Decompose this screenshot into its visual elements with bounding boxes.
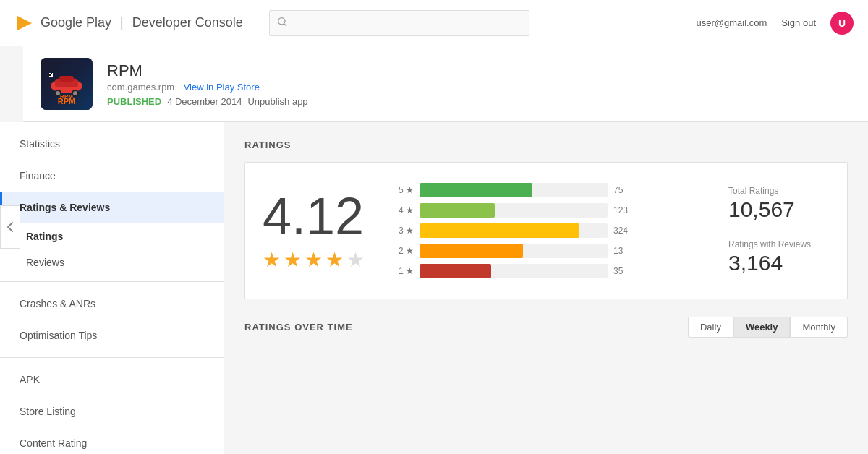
logo-brand: Google Play [41, 15, 111, 30]
bar-track-2 [420, 203, 608, 218]
bar-count-5: 35 [613, 266, 639, 276]
bar-fill-1 [420, 183, 532, 197]
app-details: RPM com.games.rpm View in Play Store PUB… [107, 61, 308, 107]
bar-label-2: 4 ★ [393, 205, 414, 215]
bar-track-3 [420, 223, 608, 238]
bar-label-5: 1 ★ [393, 266, 414, 276]
stars-row: ★ ★ ★ ★ ★ [263, 248, 365, 272]
sidebar-divider-1 [0, 281, 224, 282]
bar-track-1 [420, 183, 608, 197]
stats-summary: Total Ratings 10,567 Ratings with Review… [728, 186, 830, 275]
logo-separator: | [120, 15, 124, 30]
sidebar-item-crashes[interactable]: Crashes & ANRs [0, 288, 224, 320]
logo-product: Developer Console [132, 15, 243, 30]
play-logo-icon [14, 13, 35, 33]
total-ratings-label: Total Ratings [728, 186, 830, 196]
search-icon [276, 16, 288, 30]
bar-fill-2 [420, 203, 495, 218]
svg-rect-13 [49, 74, 51, 76]
svg-line-2 [284, 24, 286, 26]
header-right: user@gmail.com Sign out U [697, 12, 854, 35]
svg-rect-5 [59, 76, 74, 82]
star-3: ★ [305, 248, 323, 272]
svg-rect-12 [51, 73, 52, 74]
bar-count-2: 123 [613, 205, 639, 215]
avatar: U [830, 12, 854, 35]
svg-text:RPM: RPM [60, 93, 73, 100]
svg-marker-0 [17, 16, 32, 30]
svg-point-7 [56, 91, 60, 95]
monthly-button[interactable]: Monthly [790, 317, 848, 338]
time-buttons: Daily Weekly Monthly [688, 317, 848, 338]
bar-track-4 [420, 244, 608, 258]
app-icon: RPM [41, 58, 93, 110]
sidebar-item-ratings-reviews[interactable]: Ratings & Reviews [0, 192, 224, 223]
svg-point-1 [278, 17, 285, 24]
bar-row-1: 5 ★75 [393, 183, 699, 197]
ratings-section-title: RATINGS [244, 140, 848, 150]
app-status-row: PUBLISHED 4 December 2014 Unpublish app [107, 96, 308, 107]
ratings-with-reviews-value: 3,164 [728, 251, 830, 275]
view-store-link[interactable]: View in Play Store [184, 82, 260, 93]
star-4: ★ [326, 248, 344, 272]
bar-label-1: 5 ★ [393, 185, 414, 195]
bar-fill-5 [420, 264, 491, 278]
sidebar-sub-item-reviews[interactable]: Reviews [0, 249, 224, 275]
user-email: user@gmail.com [697, 17, 767, 28]
sidebar-divider-2 [0, 357, 224, 358]
sidebar-item-optimisation[interactable]: Optimisation Tips [0, 320, 224, 351]
sign-out-button[interactable]: Sign out [775, 14, 822, 31]
content-area: RATINGS 4.12 ★ ★ ★ ★ ★ 5 ★754 ★1233 ★324… [224, 122, 868, 454]
app-icon-inner: RPM [41, 58, 93, 110]
sidebar-item-finance[interactable]: Finance [0, 160, 224, 192]
search-input[interactable] [269, 10, 529, 36]
main-layout: Statistics Finance Ratings & Reviews Rat… [0, 122, 868, 454]
sidebar: Statistics Finance Ratings & Reviews Rat… [0, 122, 224, 454]
avatar-initial: U [838, 17, 846, 29]
weekly-button[interactable]: Weekly [733, 317, 791, 338]
rating-average-area: 4.12 ★ ★ ★ ★ ★ [263, 190, 365, 272]
sidebar-item-store-listing[interactable]: Store Listing [0, 395, 224, 427]
svg-point-9 [73, 91, 77, 95]
app-info-bar: RPM RPM com.games.rpm View in Play Store… [23, 46, 868, 122]
unpublish-link[interactable]: Unpublish app [247, 96, 307, 107]
left-nav-arrow[interactable] [0, 205, 20, 249]
star-1: ★ [263, 248, 281, 272]
bar-count-4: 13 [613, 246, 639, 256]
sidebar-item-apk[interactable]: APK [0, 364, 224, 395]
total-ratings-item: Total Ratings 10,567 [728, 186, 830, 222]
ratings-with-reviews-item: Ratings with Reviews 3,164 [728, 239, 830, 275]
published-badge: PUBLISHED [107, 96, 161, 107]
bar-row-4: 2 ★13 [393, 244, 699, 258]
star-5: ★ [346, 248, 365, 272]
big-rating-value: 4.12 [263, 190, 365, 242]
sidebar-sub-item-ratings[interactable]: Ratings [0, 223, 224, 249]
bar-row-3: 3 ★324 [393, 223, 699, 238]
bar-row-5: 1 ★35 [393, 264, 699, 278]
app-package: com.games.rpm [107, 82, 174, 93]
header: Google Play | Developer Console user@gma… [0, 0, 868, 46]
rating-bar-chart: 5 ★754 ★1233 ★3242 ★131 ★35 [393, 183, 699, 278]
daily-button[interactable]: Daily [688, 317, 733, 338]
sidebar-item-statistics[interactable]: Statistics [0, 128, 224, 160]
bar-fill-3 [420, 223, 579, 238]
bar-count-3: 324 [613, 226, 639, 236]
ratings-card: 4.12 ★ ★ ★ ★ ★ 5 ★754 ★1233 ★3242 ★131 ★… [244, 162, 848, 299]
bar-track-5 [420, 264, 608, 278]
bar-fill-4 [420, 244, 523, 258]
bar-label-4: 2 ★ [393, 246, 414, 256]
app-name: RPM [107, 61, 308, 80]
app-icon-svg: RPM [45, 66, 88, 102]
publish-date: 4 December 2014 [167, 96, 242, 107]
ratings-with-reviews-label: Ratings with Reviews [728, 239, 830, 249]
sidebar-item-content-rating[interactable]: Content Rating [0, 427, 224, 454]
bar-label-3: 3 ★ [393, 226, 414, 236]
star-2: ★ [284, 248, 302, 272]
total-ratings-value: 10,567 [728, 197, 830, 222]
logo-area: Google Play | Developer Console [14, 13, 243, 33]
ratings-over-time-title: RATINGS OVER TIME [244, 322, 353, 333]
search-bar [269, 10, 529, 36]
bar-count-1: 75 [613, 185, 639, 195]
ratings-over-time-header: RATINGS OVER TIME Daily Weekly Monthly [244, 317, 848, 338]
bar-row-2: 4 ★123 [393, 203, 699, 218]
